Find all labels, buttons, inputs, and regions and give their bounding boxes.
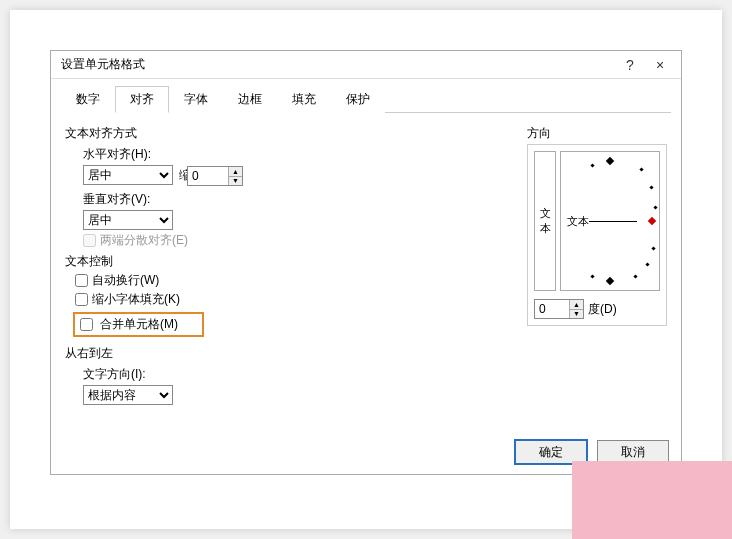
help-button[interactable]: ? [615,54,645,76]
format-cells-dialog: 设置单元格格式 ? × 数字 对齐 字体 边框 填充 保护 文本对齐方式 水平对… [50,50,682,475]
indent-up-icon[interactable]: ▲ [229,167,242,177]
degree-input[interactable] [535,300,569,318]
dial-tick-neg90 [606,277,614,285]
dial-tick [633,274,637,278]
tab-font[interactable]: 字体 [169,86,223,113]
indent-input[interactable] [188,167,228,185]
orientation-legend: 方向 [527,125,667,142]
orientation-dial[interactable]: 文本 [560,151,660,291]
dial-tick [590,163,594,167]
dial-label: 文本 [567,214,589,229]
tab-border[interactable]: 边框 [223,86,277,113]
text-direction-select[interactable]: 根据内容 [83,385,173,405]
dial-tick-90 [606,157,614,165]
right-column: 方向 文 本 文本 [527,121,667,407]
titlebar: 设置单元格格式 ? × [51,51,681,79]
wrap-text-label: 自动换行(W) [92,272,159,289]
text-direction-label: 文字方向(I): [83,366,513,383]
dial-tick [590,274,594,278]
horizontal-align-label: 水平对齐(H): [83,146,513,163]
shrink-to-fit-label: 缩小字体填充(K) [92,291,180,308]
dialog-title: 设置单元格格式 [61,56,615,73]
degree-up-icon[interactable]: ▲ [570,300,583,310]
dial-needle [589,221,637,222]
vertical-align-label: 垂直对齐(V): [83,191,513,208]
justify-distributed-label: 两端分散对齐(E) [100,232,188,249]
tab-strip: 数字 对齐 字体 边框 填充 保护 [61,85,671,113]
justify-distributed-checkbox [83,234,96,247]
orientation-box: 文 本 文本 [527,144,667,326]
dial-tick [653,205,657,209]
left-column: 文本对齐方式 水平对齐(H): 居中 缩进(I): ▲ ▼ [65,121,513,407]
dial-tick [645,262,649,266]
tab-alignment[interactable]: 对齐 [115,86,169,113]
content-area: 文本对齐方式 水平对齐(H): 居中 缩进(I): ▲ ▼ [51,113,681,415]
vertical-text-button[interactable]: 文 本 [534,151,556,291]
vertical-text-char2: 本 [540,221,551,236]
degree-label: 度(D) [588,301,617,318]
dial-tick [651,246,655,250]
tab-number[interactable]: 数字 [61,86,115,113]
dial-tick [639,167,643,171]
degree-spinner[interactable]: ▲ ▼ [534,299,584,319]
merge-cells-checkbox[interactable] [80,318,93,331]
vertical-align-select[interactable]: 居中 [83,210,173,230]
vertical-text-char1: 文 [540,206,551,221]
dial-tick [649,185,653,189]
close-button[interactable]: × [645,54,675,76]
shrink-to-fit-checkbox[interactable] [75,293,88,306]
rtl-legend: 从右到左 [65,345,513,362]
merge-cells-highlight: 合并单元格(M) [73,312,204,337]
dial-indicator [648,217,656,225]
tab-protect[interactable]: 保护 [331,86,385,113]
horizontal-align-select[interactable]: 居中 [83,165,173,185]
indent-spinner[interactable]: ▲ ▼ [187,166,243,186]
merge-cells-label: 合并单元格(M) [100,316,178,333]
indent-down-icon[interactable]: ▼ [229,177,242,186]
text-control-legend: 文本控制 [65,253,513,270]
tab-fill[interactable]: 填充 [277,86,331,113]
overlay-watermark [572,461,732,539]
wrap-text-checkbox[interactable] [75,274,88,287]
degree-down-icon[interactable]: ▼ [570,310,583,319]
text-alignment-legend: 文本对齐方式 [65,125,513,142]
